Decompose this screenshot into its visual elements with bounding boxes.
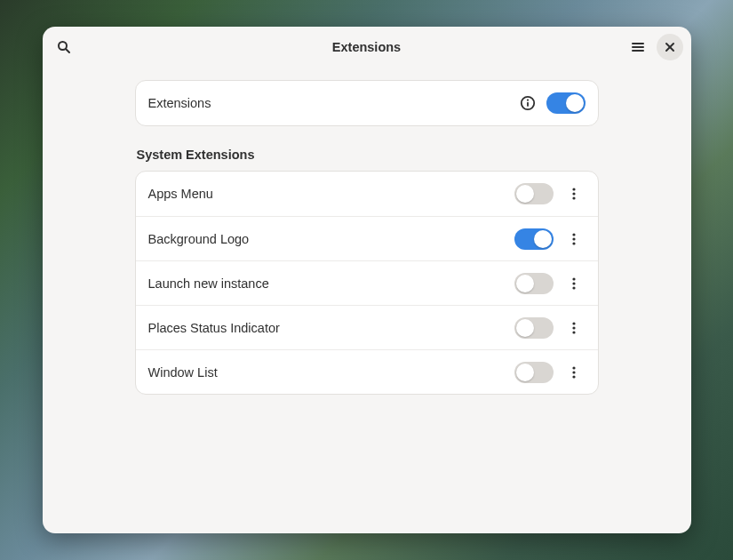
svg-point-23 <box>572 371 575 373</box>
titlebar: Extensions <box>43 27 691 68</box>
svg-point-18 <box>572 286 575 289</box>
extension-more-button[interactable] <box>562 180 586 207</box>
close-icon <box>664 41 676 53</box>
svg-line-1 <box>66 49 69 52</box>
more-vert-icon <box>568 365 580 380</box>
extensions-panel: Apps Menu Background Logo Launch new ins… <box>135 171 599 395</box>
extension-row: Window List <box>136 349 598 394</box>
toggle-knob <box>516 364 534 381</box>
extension-more-button[interactable] <box>562 315 586 341</box>
extensions-window: Extensions Extensions <box>43 27 691 533</box>
more-vert-icon <box>568 321 580 335</box>
master-label: Extensions <box>148 96 518 110</box>
svg-point-14 <box>572 237 575 240</box>
master-toggle[interactable] <box>546 92 586 114</box>
svg-point-11 <box>572 192 575 195</box>
extension-toggle[interactable] <box>514 228 554 250</box>
svg-point-22 <box>572 366 575 369</box>
extension-toggle[interactable] <box>514 273 554 294</box>
extension-label: Background Logo <box>148 232 514 246</box>
more-vert-icon <box>568 232 580 246</box>
extension-more-button[interactable] <box>562 359 586 386</box>
svg-point-15 <box>572 242 575 244</box>
svg-point-19 <box>572 322 575 324</box>
svg-point-21 <box>572 331 575 333</box>
svg-point-17 <box>572 282 575 284</box>
svg-point-8 <box>526 100 528 101</box>
extension-label: Window List <box>148 365 514 380</box>
more-vert-icon <box>568 187 580 201</box>
extension-more-button[interactable] <box>562 226 586 252</box>
toggle-knob <box>534 230 552 248</box>
extension-label: Launch new instance <box>148 276 514 291</box>
extension-label: Places Status Indicator <box>148 321 514 335</box>
toggle-knob <box>516 319 534 337</box>
info-icon <box>520 95 536 111</box>
extension-row: Places Status Indicator <box>136 305 598 349</box>
close-button[interactable] <box>657 34 683 60</box>
extension-row: Launch new instance <box>136 260 598 305</box>
menu-button[interactable] <box>625 34 651 60</box>
svg-point-13 <box>572 233 575 236</box>
toggle-knob <box>566 94 584 112</box>
search-button[interactable] <box>51 34 77 60</box>
content-area: Extensions System Extensions Apps Menu <box>43 68 691 533</box>
svg-point-24 <box>572 375 575 378</box>
extension-toggle[interactable] <box>514 317 554 339</box>
hamburger-icon <box>631 40 645 54</box>
extension-toggle[interactable] <box>514 183 554 204</box>
svg-point-10 <box>572 188 575 190</box>
svg-point-16 <box>572 277 575 280</box>
extension-more-button[interactable] <box>562 270 586 297</box>
master-row: Extensions <box>136 81 598 125</box>
svg-point-12 <box>572 196 575 199</box>
svg-point-20 <box>572 326 575 329</box>
section-title: System Extensions <box>135 148 599 162</box>
extension-row: Apps Menu <box>136 172 598 216</box>
info-button[interactable] <box>518 93 538 113</box>
toggle-knob <box>516 275 534 292</box>
search-icon <box>57 40 71 54</box>
extension-toggle[interactable] <box>514 362 554 383</box>
svg-rect-9 <box>527 102 529 107</box>
toggle-knob <box>516 185 534 203</box>
extension-row: Background Logo <box>136 216 598 260</box>
more-vert-icon <box>568 276 580 291</box>
master-panel: Extensions <box>135 80 599 126</box>
window-title: Extensions <box>43 40 691 54</box>
extension-label: Apps Menu <box>148 187 514 201</box>
